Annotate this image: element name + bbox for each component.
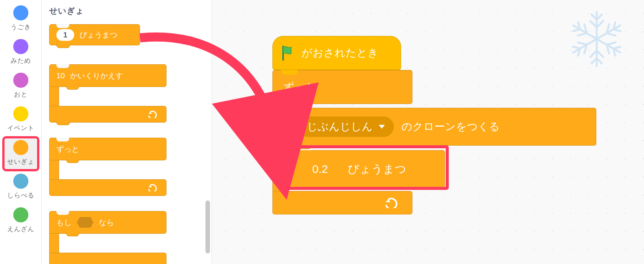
- events-color-icon: [13, 106, 28, 121]
- wait-label: びょうまつ: [348, 162, 406, 177]
- loop-arrow-icon: [385, 197, 400, 208]
- category-label: しらべる: [7, 191, 34, 200]
- category-sound[interactable]: おと: [4, 70, 38, 102]
- wait-label: びょうまつ: [79, 30, 117, 40]
- repeat-value-input[interactable]: 10: [56, 71, 65, 80]
- category-events[interactable]: イベント: [4, 104, 38, 136]
- palette-scrollbar[interactable]: [205, 200, 210, 253]
- control-color-icon: [13, 140, 28, 155]
- category-label: うごき: [11, 23, 31, 31]
- motion-color-icon: [13, 5, 28, 20]
- forever-label: ずっと: [56, 144, 79, 154]
- snowflake-watermark-icon: [565, 7, 629, 71]
- category-operators[interactable]: えんざん: [4, 205, 38, 237]
- chevron-down-icon: [379, 125, 385, 129]
- category-looks[interactable]: みため: [4, 37, 38, 69]
- category-motion[interactable]: うごき: [4, 3, 38, 35]
- forever-label: ずっと: [283, 80, 316, 94]
- script-block-when-flag-clicked[interactable]: がおされたとき: [272, 36, 401, 70]
- wait-value-input[interactable]: 1: [56, 29, 74, 41]
- svg-line-3: [590, 21, 597, 27]
- dropdown-value: じぶんじしん: [307, 120, 373, 134]
- script-block-create-clone[interactable]: じぶんじしん のクローンをつくる: [286, 108, 596, 146]
- category-sidebar: うごき みため おと イベント せいぎょ しらべる えんざん: [0, 0, 42, 264]
- svg-line-4: [597, 21, 603, 27]
- looks-color-icon: [13, 39, 28, 54]
- repeat-label: かいくりかえす: [70, 71, 123, 81]
- if-condition-slot[interactable]: [77, 217, 93, 228]
- script-block-forever-bottom[interactable]: [272, 191, 412, 214]
- script-block-wait[interactable]: 0.2 びょうまつ: [286, 150, 445, 188]
- operators-color-icon: [13, 207, 28, 222]
- sensing-color-icon: [13, 174, 28, 189]
- palette-block-forever[interactable]: ずっと: [49, 138, 166, 196]
- palette-block-repeat[interactable]: 10 かいくりかえす: [49, 64, 166, 123]
- wait-value-input[interactable]: 0.2: [302, 159, 339, 179]
- loop-arrow-icon: [148, 184, 159, 191]
- if-prefix-label: もし: [56, 217, 72, 228]
- category-label: せいぎょ: [7, 157, 34, 166]
- if-suffix-label: なら: [99, 217, 114, 228]
- sound-color-icon: [13, 73, 28, 88]
- category-label: イベント: [7, 124, 34, 132]
- category-label: みため: [11, 56, 31, 65]
- palette-header: せいぎょ: [49, 5, 204, 17]
- green-flag-icon: [281, 45, 295, 61]
- palette-block-if[interactable]: もし なら: [49, 211, 166, 264]
- block-palette: せいぎょ 1 びょうまつ 10 かいくりかえす ずっと: [42, 0, 212, 264]
- category-label: えんざん: [7, 225, 34, 233]
- category-control[interactable]: せいぎょ: [4, 138, 38, 170]
- category-sensing[interactable]: しらべる: [4, 171, 38, 203]
- clone-target-dropdown[interactable]: じぶんじしん: [298, 116, 394, 137]
- clone-suffix-label: のクローンをつくる: [401, 120, 500, 134]
- hat-label: がおされたとき: [302, 46, 378, 60]
- loop-arrow-icon: [148, 110, 159, 118]
- script-block-forever[interactable]: ずっと: [272, 70, 412, 104]
- script-canvas[interactable]: がおされたとき ずっと じぶんじしん のクローンをつくる: [212, 0, 644, 264]
- category-label: おと: [14, 90, 28, 99]
- palette-block-wait[interactable]: 1 びょうまつ: [49, 24, 140, 45]
